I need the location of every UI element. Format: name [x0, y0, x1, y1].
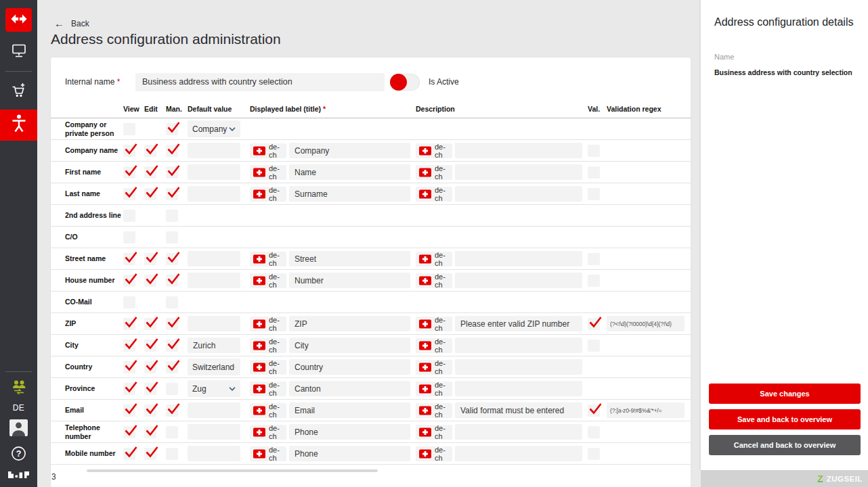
description-input[interactable]: Please enter valid ZIP number — [455, 316, 582, 331]
view-checkbox[interactable] — [123, 426, 135, 438]
back-button[interactable]: ← Back — [54, 18, 89, 29]
displayed-label-input[interactable]: Canton — [289, 381, 410, 396]
view-checkbox[interactable] — [123, 404, 135, 417]
language-chip[interactable]: de-ch — [416, 338, 452, 353]
description-input[interactable] — [455, 338, 582, 353]
validation-checkbox[interactable] — [588, 448, 600, 460]
language-chip[interactable]: de-ch — [250, 317, 286, 331]
view-checkbox[interactable] — [123, 296, 135, 308]
mandatory-checkbox[interactable] — [166, 275, 178, 287]
mandatory-checkbox[interactable] — [166, 253, 178, 265]
default-value-input[interactable] — [188, 402, 240, 418]
mandatory-checkbox[interactable] — [166, 296, 178, 308]
displayed-label-input[interactable]: Company — [289, 143, 410, 158]
view-checkbox[interactable] — [123, 340, 135, 352]
displayed-label-input[interactable]: Phone — [289, 424, 410, 440]
edit-checkbox[interactable] — [144, 188, 156, 200]
description-input[interactable] — [455, 164, 582, 180]
description-input[interactable] — [455, 273, 582, 288]
sidebar-item-profile[interactable] — [0, 419, 37, 438]
default-value-input[interactable] — [188, 143, 240, 158]
language-selector[interactable]: DE — [13, 403, 25, 413]
edit-checkbox[interactable] — [144, 426, 156, 438]
language-chip[interactable]: de-ch — [250, 425, 286, 440]
displayed-label-input[interactable]: Country — [289, 359, 410, 375]
view-checkbox[interactable] — [123, 318, 135, 330]
edit-checkbox[interactable] — [144, 275, 156, 287]
validation-checkbox[interactable] — [588, 188, 600, 200]
default-value-input[interactable] — [188, 424, 240, 440]
view-checkbox[interactable] — [123, 448, 135, 460]
default-value-input[interactable] — [188, 164, 240, 180]
language-chip[interactable]: de-ch — [416, 425, 452, 440]
edit-checkbox[interactable] — [144, 145, 156, 157]
horizontal-scrollbar[interactable] — [87, 469, 378, 472]
view-checkbox[interactable] — [123, 123, 135, 135]
view-checkbox[interactable] — [123, 361, 135, 373]
edit-checkbox[interactable] — [144, 383, 156, 395]
view-checkbox[interactable] — [123, 383, 135, 395]
edit-checkbox[interactable] — [144, 318, 156, 330]
description-input[interactable] — [455, 381, 582, 396]
mandatory-checkbox[interactable] — [166, 426, 178, 438]
language-chip[interactable]: de-ch — [250, 360, 286, 375]
description-input[interactable]: Valid format must be entered — [455, 402, 582, 418]
default-value-input[interactable] — [188, 186, 240, 202]
language-chip[interactable]: de-ch — [416, 446, 452, 461]
view-checkbox[interactable] — [123, 166, 135, 179]
displayed-label-input[interactable]: ZIP — [289, 316, 410, 331]
language-chip[interactable]: de-ch — [416, 187, 452, 202]
view-checkbox[interactable] — [123, 145, 135, 157]
displayed-label-input[interactable]: Email — [289, 402, 410, 418]
description-input[interactable] — [455, 251, 582, 266]
displayed-label-input[interactable]: Number — [289, 273, 410, 288]
default-value-select[interactable]: Zug — [188, 380, 240, 397]
validation-checkbox[interactable] — [588, 340, 600, 352]
language-chip[interactable]: de-ch — [250, 381, 286, 396]
displayed-label-input[interactable]: Phone — [289, 446, 410, 461]
view-checkbox[interactable] — [123, 188, 135, 200]
validation-checkbox[interactable] — [588, 426, 600, 438]
validation-checkbox[interactable] — [588, 253, 600, 265]
description-input[interactable] — [455, 143, 582, 158]
language-chip[interactable]: de-ch — [250, 252, 286, 266]
language-chip[interactable]: de-ch — [250, 165, 286, 180]
mandatory-checkbox[interactable] — [166, 166, 178, 179]
mandatory-checkbox[interactable] — [166, 361, 178, 373]
validation-checkbox[interactable] — [588, 404, 600, 417]
mandatory-checkbox[interactable] — [166, 404, 178, 417]
sidebar-item-shop[interactable] — [0, 81, 37, 103]
displayed-label-input[interactable]: City — [289, 338, 410, 353]
validation-regex-input[interactable]: (?:[a-z0-9!#$%&'*+/= — [607, 402, 685, 418]
language-chip[interactable]: de-ch — [416, 165, 452, 180]
description-input[interactable] — [455, 359, 582, 375]
language-chip[interactable]: de-ch — [416, 317, 452, 331]
language-chip[interactable]: de-ch — [416, 403, 452, 418]
edit-checkbox[interactable] — [144, 448, 156, 460]
sidebar-item-display[interactable] — [0, 41, 37, 63]
validation-checkbox[interactable] — [588, 166, 600, 179]
mandatory-checkbox[interactable] — [166, 231, 178, 244]
save-and-back-button[interactable]: Save and back to overview — [709, 409, 861, 430]
sidebar-item-accessibility-active[interactable] — [0, 110, 37, 141]
language-chip[interactable]: de-ch — [250, 338, 286, 353]
default-value-input[interactable] — [188, 316, 240, 331]
mandatory-checkbox[interactable] — [166, 383, 178, 395]
displayed-label-input[interactable]: Street — [289, 251, 410, 266]
default-value-select[interactable]: Company — [188, 120, 240, 137]
validation-checkbox[interactable] — [588, 318, 600, 330]
sidebar-item-user-groups[interactable] — [0, 379, 37, 398]
view-checkbox[interactable] — [123, 253, 135, 265]
edit-checkbox[interactable] — [144, 361, 156, 373]
default-value-input[interactable] — [188, 446, 240, 461]
sidebar-item-help[interactable]: ? — [0, 445, 37, 464]
language-chip[interactable]: de-ch — [250, 446, 286, 461]
validation-regex-input[interactable]: (?<!\d)(?!0000)\d{4}(?!\d) — [607, 316, 685, 331]
edit-checkbox[interactable] — [144, 253, 156, 265]
language-chip[interactable]: de-ch — [416, 273, 452, 288]
displayed-label-input[interactable]: Surname — [289, 186, 410, 202]
default-value-select[interactable]: Switzerland — [188, 358, 240, 375]
mandatory-checkbox[interactable] — [166, 145, 178, 157]
displayed-label-input[interactable]: Name — [289, 164, 410, 180]
language-chip[interactable]: de-ch — [416, 252, 452, 266]
